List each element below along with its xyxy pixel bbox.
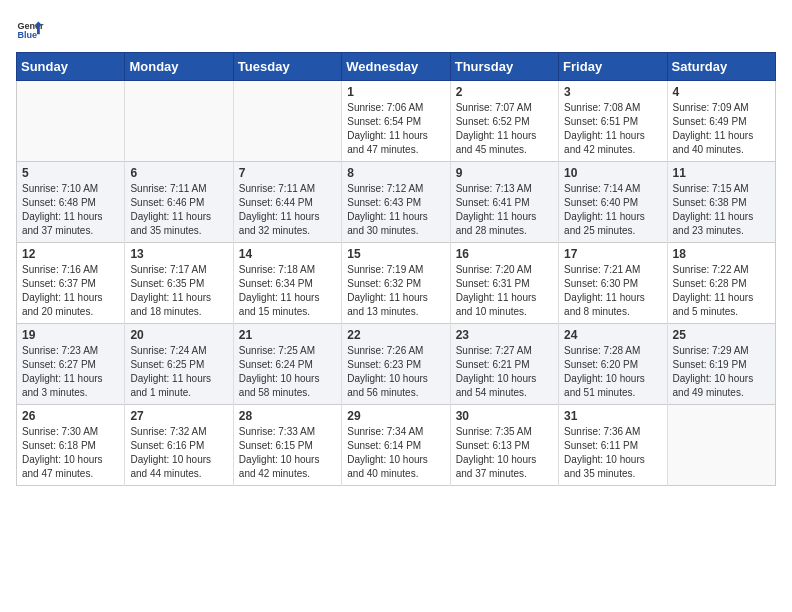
calendar-week-row: 1Sunrise: 7:06 AM Sunset: 6:54 PM Daylig… — [17, 81, 776, 162]
calendar-cell: 12Sunrise: 7:16 AM Sunset: 6:37 PM Dayli… — [17, 243, 125, 324]
day-number: 15 — [347, 247, 444, 261]
day-info: Sunrise: 7:25 AM Sunset: 6:24 PM Dayligh… — [239, 344, 336, 400]
calendar-cell: 13Sunrise: 7:17 AM Sunset: 6:35 PM Dayli… — [125, 243, 233, 324]
calendar-cell: 24Sunrise: 7:28 AM Sunset: 6:20 PM Dayli… — [559, 324, 667, 405]
day-number: 23 — [456, 328, 553, 342]
calendar-cell: 4Sunrise: 7:09 AM Sunset: 6:49 PM Daylig… — [667, 81, 775, 162]
calendar-cell: 27Sunrise: 7:32 AM Sunset: 6:16 PM Dayli… — [125, 405, 233, 486]
day-info: Sunrise: 7:28 AM Sunset: 6:20 PM Dayligh… — [564, 344, 661, 400]
calendar-cell: 18Sunrise: 7:22 AM Sunset: 6:28 PM Dayli… — [667, 243, 775, 324]
calendar-cell: 28Sunrise: 7:33 AM Sunset: 6:15 PM Dayli… — [233, 405, 341, 486]
day-number: 8 — [347, 166, 444, 180]
day-info: Sunrise: 7:23 AM Sunset: 6:27 PM Dayligh… — [22, 344, 119, 400]
calendar-cell — [17, 81, 125, 162]
calendar-cell: 31Sunrise: 7:36 AM Sunset: 6:11 PM Dayli… — [559, 405, 667, 486]
calendar-cell — [233, 81, 341, 162]
day-number: 30 — [456, 409, 553, 423]
calendar-week-row: 19Sunrise: 7:23 AM Sunset: 6:27 PM Dayli… — [17, 324, 776, 405]
day-info: Sunrise: 7:24 AM Sunset: 6:25 PM Dayligh… — [130, 344, 227, 400]
calendar-cell: 22Sunrise: 7:26 AM Sunset: 6:23 PM Dayli… — [342, 324, 450, 405]
day-number: 9 — [456, 166, 553, 180]
day-info: Sunrise: 7:32 AM Sunset: 6:16 PM Dayligh… — [130, 425, 227, 481]
calendar-cell: 16Sunrise: 7:20 AM Sunset: 6:31 PM Dayli… — [450, 243, 558, 324]
day-number: 21 — [239, 328, 336, 342]
day-number: 20 — [130, 328, 227, 342]
calendar-cell: 25Sunrise: 7:29 AM Sunset: 6:19 PM Dayli… — [667, 324, 775, 405]
calendar-table: SundayMondayTuesdayWednesdayThursdayFrid… — [16, 52, 776, 486]
day-info: Sunrise: 7:26 AM Sunset: 6:23 PM Dayligh… — [347, 344, 444, 400]
calendar-cell: 7Sunrise: 7:11 AM Sunset: 6:44 PM Daylig… — [233, 162, 341, 243]
calendar-week-row: 12Sunrise: 7:16 AM Sunset: 6:37 PM Dayli… — [17, 243, 776, 324]
calendar-cell — [667, 405, 775, 486]
day-number: 31 — [564, 409, 661, 423]
day-info: Sunrise: 7:29 AM Sunset: 6:19 PM Dayligh… — [673, 344, 770, 400]
day-info: Sunrise: 7:07 AM Sunset: 6:52 PM Dayligh… — [456, 101, 553, 157]
day-number: 27 — [130, 409, 227, 423]
day-info: Sunrise: 7:17 AM Sunset: 6:35 PM Dayligh… — [130, 263, 227, 319]
day-number: 28 — [239, 409, 336, 423]
day-info: Sunrise: 7:21 AM Sunset: 6:30 PM Dayligh… — [564, 263, 661, 319]
day-info: Sunrise: 7:12 AM Sunset: 6:43 PM Dayligh… — [347, 182, 444, 238]
logo: General Blue — [16, 16, 44, 44]
day-info: Sunrise: 7:16 AM Sunset: 6:37 PM Dayligh… — [22, 263, 119, 319]
calendar-cell: 15Sunrise: 7:19 AM Sunset: 6:32 PM Dayli… — [342, 243, 450, 324]
day-of-week-header: Wednesday — [342, 53, 450, 81]
calendar-week-row: 5Sunrise: 7:10 AM Sunset: 6:48 PM Daylig… — [17, 162, 776, 243]
calendar-cell: 21Sunrise: 7:25 AM Sunset: 6:24 PM Dayli… — [233, 324, 341, 405]
day-info: Sunrise: 7:30 AM Sunset: 6:18 PM Dayligh… — [22, 425, 119, 481]
day-number: 11 — [673, 166, 770, 180]
day-number: 4 — [673, 85, 770, 99]
day-info: Sunrise: 7:09 AM Sunset: 6:49 PM Dayligh… — [673, 101, 770, 157]
day-number: 25 — [673, 328, 770, 342]
calendar-cell: 5Sunrise: 7:10 AM Sunset: 6:48 PM Daylig… — [17, 162, 125, 243]
day-info: Sunrise: 7:14 AM Sunset: 6:40 PM Dayligh… — [564, 182, 661, 238]
calendar-cell — [125, 81, 233, 162]
day-info: Sunrise: 7:06 AM Sunset: 6:54 PM Dayligh… — [347, 101, 444, 157]
logo-icon: General Blue — [16, 16, 44, 44]
day-of-week-header: Thursday — [450, 53, 558, 81]
day-number: 10 — [564, 166, 661, 180]
day-info: Sunrise: 7:20 AM Sunset: 6:31 PM Dayligh… — [456, 263, 553, 319]
day-info: Sunrise: 7:10 AM Sunset: 6:48 PM Dayligh… — [22, 182, 119, 238]
day-number: 16 — [456, 247, 553, 261]
day-of-week-header: Monday — [125, 53, 233, 81]
day-number: 29 — [347, 409, 444, 423]
calendar-cell: 8Sunrise: 7:12 AM Sunset: 6:43 PM Daylig… — [342, 162, 450, 243]
calendar-cell: 30Sunrise: 7:35 AM Sunset: 6:13 PM Dayli… — [450, 405, 558, 486]
day-info: Sunrise: 7:18 AM Sunset: 6:34 PM Dayligh… — [239, 263, 336, 319]
day-info: Sunrise: 7:22 AM Sunset: 6:28 PM Dayligh… — [673, 263, 770, 319]
calendar-cell: 29Sunrise: 7:34 AM Sunset: 6:14 PM Dayli… — [342, 405, 450, 486]
calendar-cell: 20Sunrise: 7:24 AM Sunset: 6:25 PM Dayli… — [125, 324, 233, 405]
day-number: 18 — [673, 247, 770, 261]
calendar-header: General Blue — [16, 16, 776, 44]
day-number: 22 — [347, 328, 444, 342]
day-info: Sunrise: 7:11 AM Sunset: 6:46 PM Dayligh… — [130, 182, 227, 238]
day-number: 5 — [22, 166, 119, 180]
day-number: 14 — [239, 247, 336, 261]
day-info: Sunrise: 7:36 AM Sunset: 6:11 PM Dayligh… — [564, 425, 661, 481]
calendar-cell: 9Sunrise: 7:13 AM Sunset: 6:41 PM Daylig… — [450, 162, 558, 243]
day-info: Sunrise: 7:11 AM Sunset: 6:44 PM Dayligh… — [239, 182, 336, 238]
calendar-cell: 2Sunrise: 7:07 AM Sunset: 6:52 PM Daylig… — [450, 81, 558, 162]
day-of-week-header: Tuesday — [233, 53, 341, 81]
day-info: Sunrise: 7:08 AM Sunset: 6:51 PM Dayligh… — [564, 101, 661, 157]
calendar-week-row: 26Sunrise: 7:30 AM Sunset: 6:18 PM Dayli… — [17, 405, 776, 486]
calendar-cell: 3Sunrise: 7:08 AM Sunset: 6:51 PM Daylig… — [559, 81, 667, 162]
day-number: 7 — [239, 166, 336, 180]
day-number: 13 — [130, 247, 227, 261]
day-of-week-header: Friday — [559, 53, 667, 81]
days-of-week-row: SundayMondayTuesdayWednesdayThursdayFrid… — [17, 53, 776, 81]
svg-text:Blue: Blue — [17, 30, 37, 40]
day-number: 2 — [456, 85, 553, 99]
day-number: 1 — [347, 85, 444, 99]
day-of-week-header: Sunday — [17, 53, 125, 81]
calendar-cell: 14Sunrise: 7:18 AM Sunset: 6:34 PM Dayli… — [233, 243, 341, 324]
calendar-cell: 11Sunrise: 7:15 AM Sunset: 6:38 PM Dayli… — [667, 162, 775, 243]
calendar-cell: 17Sunrise: 7:21 AM Sunset: 6:30 PM Dayli… — [559, 243, 667, 324]
day-number: 26 — [22, 409, 119, 423]
calendar-cell: 23Sunrise: 7:27 AM Sunset: 6:21 PM Dayli… — [450, 324, 558, 405]
day-number: 24 — [564, 328, 661, 342]
day-info: Sunrise: 7:19 AM Sunset: 6:32 PM Dayligh… — [347, 263, 444, 319]
day-number: 12 — [22, 247, 119, 261]
calendar-cell: 26Sunrise: 7:30 AM Sunset: 6:18 PM Dayli… — [17, 405, 125, 486]
